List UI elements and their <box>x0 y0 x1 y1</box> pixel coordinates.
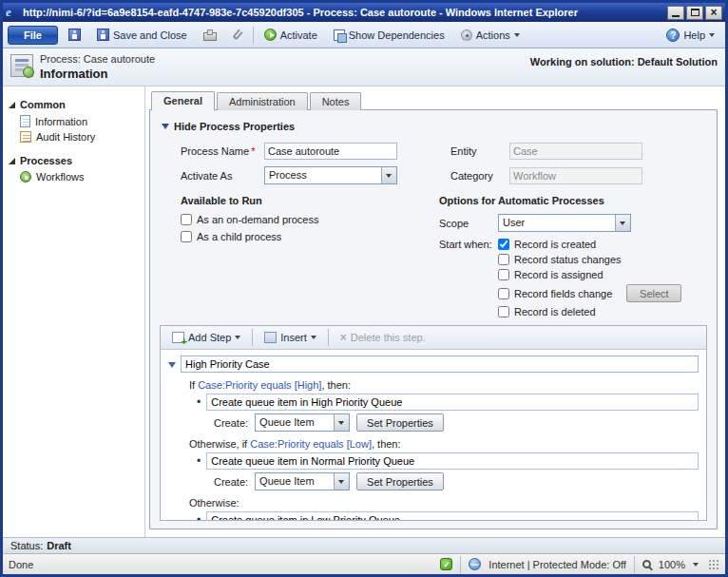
start-when-label: Start when: <box>439 239 498 317</box>
step-description-input[interactable] <box>206 452 699 470</box>
browser-status-bar: Done Internet | Protected Mode: Off 100% <box>3 553 725 574</box>
expand-arrow-icon <box>9 102 15 108</box>
select-button[interactable]: Select <box>626 284 681 302</box>
statusbar-separator <box>460 556 461 573</box>
file-button[interactable]: File <box>8 26 58 45</box>
record-fields-label: Record fields change <box>514 288 612 299</box>
record-status-checkbox[interactable] <box>498 254 509 265</box>
step-bullet-icon <box>197 395 201 409</box>
sidebar-group-common[interactable]: Common <box>3 96 144 113</box>
help-icon <box>666 29 680 42</box>
dropdown-arrow-icon <box>615 215 630 231</box>
close-button[interactable] <box>705 6 722 20</box>
status-value: Draft <box>47 540 71 551</box>
show-dependencies-label: Show Dependencies <box>349 29 445 41</box>
scope-select[interactable]: User <box>498 214 631 232</box>
record-deleted-checkbox[interactable] <box>498 306 509 317</box>
zoom-dropdown-icon[interactable] <box>693 563 699 569</box>
resize-grip[interactable] <box>708 559 719 570</box>
content-area: General Administration Notes Hide Proces… <box>145 87 725 537</box>
create-type-value: Queue Item <box>256 414 334 431</box>
set-properties-button[interactable]: Set Properties <box>356 414 444 432</box>
minimize-button[interactable] <box>667 6 684 20</box>
step-bullet-icon <box>197 454 201 468</box>
dependencies-icon <box>334 29 345 41</box>
title-bar[interactable]: http://nimi-6/?id=6a9e8154-eafd-4747-983… <box>3 3 725 22</box>
tab-general[interactable]: General <box>151 91 215 110</box>
condition-link[interactable]: Case:Priority equals [High] <box>198 379 321 391</box>
step-description-input[interactable] <box>206 511 699 520</box>
available-to-run-header: Available to Run <box>181 195 439 206</box>
process-subtitle: Process: Case autoroute <box>40 53 155 65</box>
condition-link[interactable]: Case:Priority equals [Low] <box>250 438 372 450</box>
maximize-button[interactable] <box>686 6 703 20</box>
set-properties-button[interactable]: Set Properties <box>356 472 444 490</box>
record-status-row[interactable]: Record status changes <box>498 254 681 265</box>
create-type-select[interactable]: Queue Item <box>255 414 350 432</box>
record-status-label: Record status changes <box>514 254 622 265</box>
add-step-button[interactable]: Add Step <box>166 329 246 346</box>
child-process-row[interactable]: As a child process <box>181 231 439 242</box>
branch-condition: If Case:Priority equals [High], then: <box>189 379 699 391</box>
tab-strip: General Administration Notes <box>149 90 718 109</box>
help-button[interactable]: Help <box>661 26 720 45</box>
page-title: Information <box>40 67 155 81</box>
delete-icon <box>340 331 347 344</box>
record-created-checkbox[interactable] <box>498 239 509 250</box>
sidebar-item-workflows[interactable]: Workflows <box>3 169 144 184</box>
required-asterisk: * <box>251 145 255 157</box>
branch-condition: Otherwise, if Case:Priority equals [Low]… <box>189 438 699 450</box>
condition-suffix: , then: <box>372 438 401 450</box>
process-name-label: Process Name* <box>181 145 264 157</box>
print-button[interactable] <box>198 27 222 44</box>
working-on-solution: Working on solution: Default Solution <box>530 52 718 83</box>
attach-button[interactable] <box>227 27 248 43</box>
child-process-label: As a child process <box>197 231 281 242</box>
record-deleted-row[interactable]: Record is deleted <box>498 306 681 317</box>
zoom-level[interactable]: 100% <box>659 559 685 570</box>
statusbar-separator <box>634 556 635 573</box>
record-fields-checkbox[interactable] <box>498 288 509 299</box>
create-type-select[interactable]: Queue Item <box>255 472 350 490</box>
activate-label: Activate <box>280 29 317 41</box>
step-name-input[interactable] <box>181 356 699 373</box>
step-description-input[interactable] <box>206 394 699 411</box>
activate-as-select[interactable]: Process <box>264 166 397 184</box>
chevron-down-icon <box>709 33 715 40</box>
condition-suffix: , then: <box>321 379 351 391</box>
sidebar-group-processes[interactable]: Processes <box>3 152 144 169</box>
on-demand-checkbox[interactable] <box>181 214 192 225</box>
sidebar-group-label: Processes <box>20 155 72 166</box>
paperclip-icon <box>232 29 243 40</box>
save-button[interactable] <box>63 26 86 44</box>
on-demand-row[interactable]: As an on-demand process <box>181 214 439 225</box>
zoom-magnifier-icon <box>642 560 651 568</box>
help-label: Help <box>683 29 705 41</box>
security-shield-icon <box>440 558 452 570</box>
delete-step-label: Delete this step. <box>351 332 426 343</box>
actions-button[interactable]: Actions <box>455 27 526 44</box>
activate-button[interactable]: Activate <box>259 26 323 44</box>
insert-button[interactable]: Insert <box>259 329 322 346</box>
save-and-close-button[interactable]: Save and Close <box>91 26 193 44</box>
show-dependencies-button[interactable]: Show Dependencies <box>328 27 450 44</box>
record-fields-row[interactable]: Record fields change Select <box>498 284 681 302</box>
save-and-close-label: Save and Close <box>113 29 187 41</box>
maximize-icon <box>691 9 699 16</box>
record-created-row[interactable]: Record is created <box>498 239 681 250</box>
form-header: Process: Case autoroute Information Work… <box>3 48 725 87</box>
delete-step-button[interactable]: Delete this step. <box>335 328 431 347</box>
sidebar-item-audit-history[interactable]: Audit History <box>3 129 144 144</box>
toolbar-separator <box>253 27 254 44</box>
scope-label: Scope <box>439 218 498 229</box>
browser-window: http://nimi-6/?id=6a9e8154-eafd-4747-983… <box>0 0 728 577</box>
step-body: If Case:Priority equals [High], then: Cr… <box>161 350 706 520</box>
sidebar-item-information[interactable]: Information <box>3 113 144 129</box>
record-assigned-checkbox[interactable] <box>498 269 509 280</box>
tab-notes[interactable]: Notes <box>310 92 362 110</box>
record-assigned-row[interactable]: Record is assigned <box>498 269 681 280</box>
child-process-checkbox[interactable] <box>181 231 192 242</box>
hide-properties-toggle[interactable]: Hide Process Properties <box>162 120 707 133</box>
tab-administration[interactable]: Administration <box>217 92 308 110</box>
process-name-input[interactable] <box>264 143 397 160</box>
